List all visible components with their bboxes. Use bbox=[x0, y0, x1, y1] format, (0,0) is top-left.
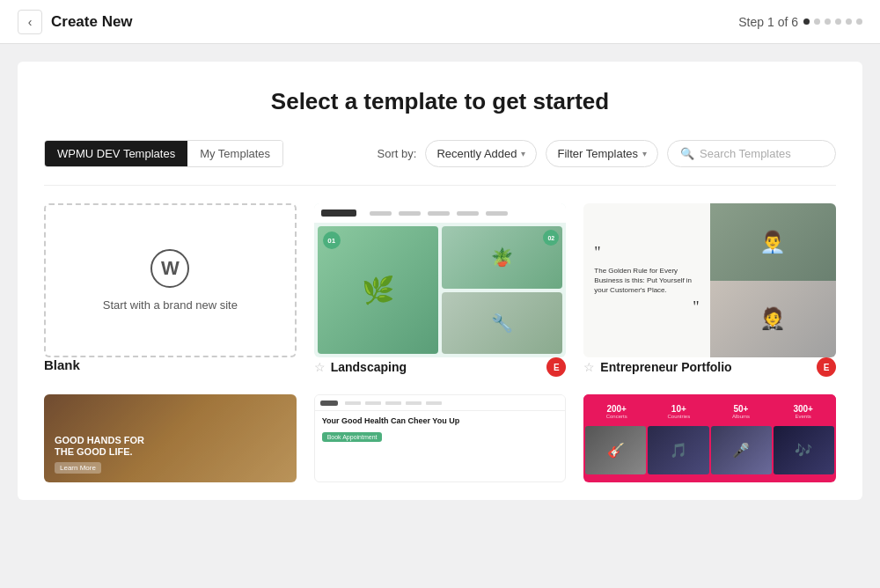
dot-1 bbox=[803, 18, 810, 25]
sort-value: Recently Added bbox=[436, 147, 517, 160]
ep-quote-section: " The Golden Rule for Every Business is … bbox=[583, 203, 709, 357]
chevron-down-icon: ▾ bbox=[642, 149, 647, 158]
favorite-star-icon[interactable]: ☆ bbox=[583, 360, 595, 374]
filter-dropdown[interactable]: Filter Templates ▾ bbox=[546, 140, 658, 167]
open-quote-icon: " bbox=[594, 244, 699, 262]
chevron-down-icon: ▾ bbox=[521, 149, 525, 158]
ls-image-right-bot: 🔧 bbox=[442, 292, 562, 355]
wordpress-logo: W bbox=[150, 249, 189, 288]
template-name-label: Blank bbox=[44, 357, 297, 372]
ls-badge-2: 02 bbox=[543, 230, 559, 246]
step-text: Step 1 of 6 bbox=[738, 15, 798, 29]
music-image-1: 🎸 bbox=[585, 426, 646, 474]
stat-concerts-label: Concerts bbox=[606, 414, 627, 419]
dot-6 bbox=[856, 18, 862, 25]
back-button[interactable]: ‹ bbox=[18, 10, 42, 34]
header-left: ‹ Create New bbox=[18, 10, 133, 34]
stat-concerts-num: 200+ bbox=[606, 404, 627, 414]
dot-3 bbox=[825, 18, 831, 25]
dot-5 bbox=[846, 18, 852, 25]
ls-image-right: 02 🪴 🔧 bbox=[442, 226, 562, 354]
farm-cta-button: Learn More bbox=[55, 462, 101, 474]
template-entrepreneur[interactable]: " The Golden Rule for Every Business is … bbox=[583, 203, 836, 377]
search-icon: 🔍 bbox=[680, 147, 694, 160]
ep-images: 👨‍💼 🤵 bbox=[710, 203, 836, 357]
content-card: Select a template to get started WPMU DE… bbox=[18, 62, 862, 500]
music-stats-row: 200+ Concerts 10+ Countries 50+ Albums bbox=[583, 394, 836, 426]
sort-label: Sort by: bbox=[378, 147, 417, 160]
templates-grid: W Start with a brand new site Blank bbox=[44, 203, 836, 482]
farm-thumbnail: GOOD HANDS FOR THE GOOD LIFE. Learn More bbox=[44, 394, 297, 482]
health-thumbnail: Your Good Health Can Cheer You Up Book A… bbox=[314, 394, 567, 482]
template-health[interactable]: Your Good Health Can Cheer You Up Book A… bbox=[314, 394, 567, 482]
ls-logo bbox=[321, 209, 356, 217]
stat-albums-num: 50+ bbox=[734, 404, 749, 414]
entrepreneur-thumbnail: " The Golden Rule for Every Business is … bbox=[583, 203, 836, 357]
blank-description: Start with a brand new site bbox=[103, 298, 238, 312]
template-blank[interactable]: W Start with a brand new site Blank bbox=[44, 203, 297, 377]
main-content: Select a template to get started WPMU DE… bbox=[0, 44, 880, 588]
health-nav-items bbox=[345, 401, 442, 405]
step-dots bbox=[803, 18, 862, 25]
filter-label: Filter Templates bbox=[557, 147, 638, 160]
tab-wpmu-dev[interactable]: WPMU DEV Templates bbox=[45, 141, 187, 166]
elementor-badge: E bbox=[817, 357, 836, 377]
health-content: Your Good Health Can Cheer You Up Book A… bbox=[315, 411, 566, 448]
music-images-row: 🎸 🎵 🎤 🎶 bbox=[583, 426, 836, 482]
music-stat-4: 300+ Events bbox=[772, 399, 834, 424]
health-title: Your Good Health Can Cheer You Up bbox=[322, 416, 559, 427]
stat-events-label: Events bbox=[795, 414, 810, 419]
elementor-badge: E bbox=[546, 357, 566, 377]
farm-text: GOOD HANDS FOR THE GOOD LIFE. Learn More bbox=[55, 435, 144, 474]
stat-countries-label: Countries bbox=[667, 414, 690, 419]
toolbar: WPMU DEV Templates My Templates Sort by:… bbox=[44, 140, 836, 186]
app-title: Create New bbox=[51, 13, 133, 31]
stat-albums-label: Albums bbox=[732, 414, 750, 419]
ls-nav-bar bbox=[314, 203, 567, 223]
search-box: 🔍 bbox=[667, 140, 836, 167]
ep-image-top: 👨‍💼 bbox=[710, 203, 836, 281]
step-indicator: Step 1 of 6 bbox=[738, 15, 862, 29]
ep-quote-text: The Golden Rule for Every Business is th… bbox=[594, 266, 699, 296]
health-cta-button: Book Appointment bbox=[322, 432, 383, 442]
favorite-star-icon[interactable]: ☆ bbox=[314, 360, 326, 374]
template-name-label: Landscaping bbox=[331, 360, 542, 374]
template-farm[interactable]: GOOD HANDS FOR THE GOOD LIFE. Learn More bbox=[44, 394, 297, 482]
farm-title-line2: THE GOOD LIFE. bbox=[55, 446, 144, 458]
music-image-3: 🎤 bbox=[711, 426, 772, 474]
tab-group: WPMU DEV Templates My Templates bbox=[44, 140, 283, 167]
template-name-row: ☆ Landscaping E bbox=[314, 357, 567, 377]
dot-4 bbox=[835, 18, 841, 25]
close-quote-icon: " bbox=[693, 298, 699, 317]
health-nav-bar bbox=[315, 395, 566, 411]
app-header: ‹ Create New Step 1 of 6 bbox=[0, 0, 880, 44]
page-title: Select a template to get started bbox=[44, 88, 836, 115]
ls-image-left: 01 🌿 bbox=[318, 226, 438, 354]
stat-countries-num: 10+ bbox=[671, 404, 686, 414]
blank-thumbnail: W Start with a brand new site bbox=[44, 203, 297, 357]
farm-title-line1: GOOD HANDS FOR bbox=[55, 435, 144, 446]
tab-my-templates[interactable]: My Templates bbox=[187, 141, 282, 166]
template-name-label: Entrepreneur Portfolio bbox=[600, 360, 811, 374]
music-stat-1: 200+ Concerts bbox=[585, 399, 648, 424]
ls-badge-1: 01 bbox=[323, 232, 341, 249]
template-name-row: ☆ Entrepreneur Portfolio E bbox=[583, 357, 836, 377]
ls-image-right-top: 02 🪴 bbox=[442, 226, 562, 289]
music-stat-2: 10+ Countries bbox=[648, 399, 710, 424]
search-input[interactable] bbox=[700, 147, 823, 160]
ls-content: 01 🌿 02 🪴 🔧 bbox=[314, 223, 567, 357]
health-logo bbox=[320, 401, 338, 406]
dot-2 bbox=[814, 18, 820, 25]
template-landscaping[interactable]: 01 🌿 02 🪴 🔧 ☆ Lands bbox=[314, 203, 567, 377]
ep-image-bottom: 🤵 bbox=[710, 281, 836, 358]
sort-dropdown[interactable]: Recently Added ▾ bbox=[425, 140, 537, 167]
music-image-4: 🎶 bbox=[774, 426, 834, 474]
template-music[interactable]: 200+ Concerts 10+ Countries 50+ Albums bbox=[583, 394, 836, 482]
template-name-row: Blank bbox=[44, 357, 297, 372]
music-image-2: 🎵 bbox=[648, 426, 708, 474]
landscaping-thumbnail: 01 🌿 02 🪴 🔧 bbox=[314, 203, 567, 357]
ls-nav-items bbox=[370, 211, 508, 216]
music-stat-3: 50+ Albums bbox=[710, 399, 773, 424]
stat-events-num: 300+ bbox=[793, 404, 813, 414]
music-thumbnail: 200+ Concerts 10+ Countries 50+ Albums bbox=[583, 394, 836, 482]
